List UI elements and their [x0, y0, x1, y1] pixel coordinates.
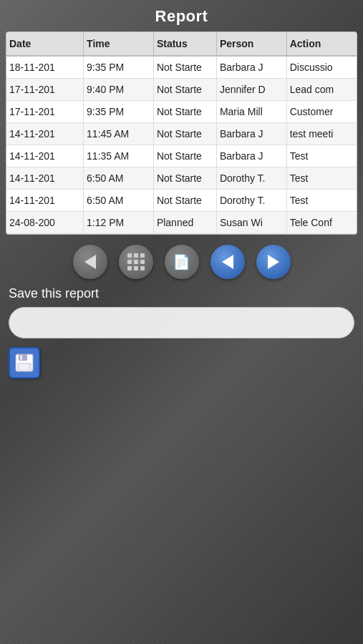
- cell-person: Barbara J: [216, 56, 286, 79]
- svg-rect-1: [19, 354, 27, 361]
- cell-time: 11:35 AM: [84, 145, 154, 167]
- cell-action: Test: [286, 145, 357, 167]
- save-button[interactable]: [9, 347, 40, 379]
- cell-time: 9:35 PM: [84, 56, 154, 79]
- cell-status: Not Starte: [153, 101, 216, 123]
- col-header-action: Action: [286, 32, 357, 56]
- next-button[interactable]: [256, 245, 291, 279]
- cell-time: 11:45 AM: [84, 123, 154, 145]
- table-row[interactable]: 18-11-2019:35 PMNot StarteBarbara JDiscu…: [6, 56, 357, 79]
- export-icon: 📄: [173, 253, 190, 270]
- back-arrow-icon: [84, 255, 96, 269]
- table-row[interactable]: 24-08-2001:12 PMPlannedSusan WiTele Conf: [6, 212, 357, 234]
- cell-action: test meeti: [286, 123, 357, 145]
- cell-action: Test: [286, 167, 357, 190]
- cell-time: 9:35 PM: [84, 101, 154, 123]
- cell-action: Test: [286, 190, 357, 212]
- table-header-row: Date Time Status Person Action: [6, 32, 357, 56]
- table-row[interactable]: 14-11-2016:50 AMNot StarteDorothy T.Test: [6, 167, 357, 190]
- table-row[interactable]: 17-11-2019:40 PMNot StarteJennifer DLead…: [6, 79, 357, 101]
- report-table: Date Time Status Person Action 18-11-201…: [6, 32, 357, 234]
- cell-date: 14-11-201: [6, 167, 84, 190]
- cell-status: Not Starte: [153, 167, 216, 190]
- cell-person: Jennifer D: [216, 79, 286, 101]
- cell-action: Tele Conf: [286, 212, 357, 234]
- cell-person: Barbara J: [216, 145, 286, 167]
- cell-action: Customer: [286, 101, 357, 123]
- cell-status: Planned: [153, 212, 216, 234]
- cell-time: 1:12 PM: [84, 212, 154, 234]
- cell-status: Not Starte: [153, 190, 216, 212]
- cell-status: Not Starte: [153, 123, 216, 145]
- cell-person: Dorothy T.: [216, 167, 286, 190]
- col-header-time: Time: [84, 32, 154, 56]
- cell-action: Lead com: [286, 79, 357, 101]
- table-row[interactable]: 14-11-2016:50 AMNot StarteDorothy T.Test: [6, 190, 357, 212]
- cell-date: 14-11-201: [6, 190, 84, 212]
- cell-person: Susan Wi: [216, 212, 286, 234]
- col-header-status: Status: [153, 32, 216, 56]
- table-row[interactable]: 17-11-2019:35 PMNot StarteMaria MillCust…: [6, 101, 357, 123]
- cell-action: Discussio: [286, 56, 357, 79]
- cell-date: 14-11-201: [6, 123, 84, 145]
- save-label: Save this report: [9, 286, 354, 301]
- cell-date: 17-11-201: [6, 101, 84, 123]
- cell-date: 14-11-201: [6, 145, 84, 167]
- cell-person: Barbara J: [216, 123, 286, 145]
- cell-time: 6:50 AM: [84, 167, 154, 190]
- grid-icon: [127, 253, 145, 270]
- next-arrow-icon: [268, 255, 279, 269]
- cell-date: 18-11-201: [6, 56, 84, 79]
- cell-time: 6:50 AM: [84, 190, 154, 212]
- prev-button[interactable]: [210, 245, 245, 279]
- save-input[interactable]: [9, 307, 354, 338]
- cell-date: 24-08-200: [6, 212, 84, 234]
- svg-rect-4: [19, 364, 29, 370]
- svg-rect-2: [20, 355, 22, 360]
- back-button[interactable]: [73, 245, 107, 279]
- cell-status: Not Starte: [153, 56, 216, 79]
- table-container: Date Time Status Person Action 18-11-201…: [6, 31, 357, 235]
- cell-status: Not Starte: [153, 79, 216, 101]
- col-header-person: Person: [216, 32, 286, 56]
- cell-time: 9:40 PM: [84, 79, 154, 101]
- col-header-date: Date: [6, 32, 84, 56]
- cell-person: Maria Mill: [216, 101, 286, 123]
- cell-person: Dorothy T.: [216, 190, 286, 212]
- floppy-disk-icon: [14, 353, 34, 373]
- cell-date: 17-11-201: [6, 79, 84, 101]
- cell-status: Not Starte: [153, 145, 216, 167]
- table-row[interactable]: 14-11-20111:45 AMNot StarteBarbara Jtest…: [6, 123, 357, 145]
- grid-button[interactable]: [119, 245, 153, 279]
- save-input-container: [9, 307, 354, 338]
- toolbar: 📄: [0, 245, 363, 279]
- prev-arrow-icon: [222, 255, 233, 269]
- export-button[interactable]: 📄: [165, 245, 199, 279]
- page-title: Report: [0, 0, 363, 31]
- table-row[interactable]: 14-11-20111:35 AMNot StarteBarbara JTest: [6, 145, 357, 167]
